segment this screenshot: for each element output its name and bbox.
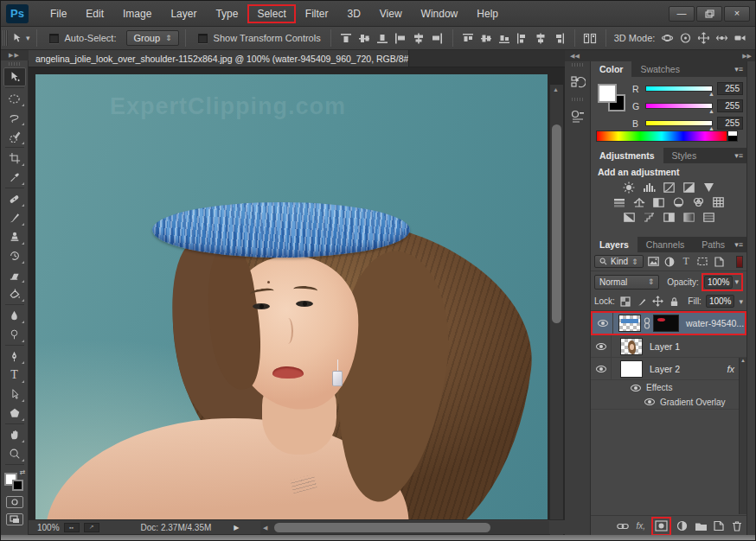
red-slider[interactable]: ▲ (645, 86, 713, 92)
layer-thumbnail-water[interactable] (618, 315, 641, 332)
distribute-bottom-edges-icon[interactable] (497, 32, 512, 45)
screen-mode-button[interactable] (6, 513, 23, 525)
layer-filtering-toggle[interactable] (736, 256, 743, 268)
color-panel-menu-icon[interactable]: ▾≡ (734, 65, 743, 73)
brightness-contrast-icon[interactable] (622, 181, 636, 194)
scroll-left-icon[interactable]: ◀ (263, 525, 267, 531)
3d-rotate-icon[interactable] (660, 32, 675, 45)
menu-file[interactable]: File (41, 4, 76, 23)
align-top-edges-icon[interactable] (339, 32, 354, 45)
tool-lasso[interactable] (3, 108, 26, 127)
distribute-right-edges-icon[interactable] (552, 32, 567, 45)
distribute-top-edges-icon[interactable] (461, 32, 476, 45)
menu-layer[interactable]: Layer (161, 4, 206, 23)
photo-filter-icon[interactable] (672, 196, 686, 208)
tab-color[interactable]: Color (591, 61, 631, 77)
distribute-left-edges-icon[interactable] (516, 32, 530, 45)
status-share-icon[interactable]: ↗ (84, 523, 99, 532)
tool-quick-selection[interactable] (3, 127, 26, 146)
menu-3d[interactable]: 3D (337, 4, 369, 23)
layer-thumbnail-1[interactable] (620, 338, 643, 355)
filter-adjustment-layers-icon[interactable] (663, 256, 676, 268)
tool-history-brush[interactable] (3, 246, 26, 265)
tool-brush[interactable] (3, 208, 26, 227)
tool-paint-bucket[interactable] (3, 284, 26, 303)
tool-spot-healing-brush[interactable] (3, 189, 26, 208)
distribute-vertical-centers-icon[interactable] (479, 32, 494, 45)
visibility-toggle[interactable] (591, 335, 612, 357)
tool-preset-arrow-icon[interactable]: ▾ (26, 34, 30, 42)
menu-image[interactable]: Image (113, 4, 161, 23)
align-vertical-centers-icon[interactable] (357, 32, 372, 45)
posterize-icon[interactable] (642, 211, 656, 223)
auto-select-checkbox[interactable] (49, 34, 59, 43)
spectrum-bw-swatches[interactable] (727, 130, 738, 142)
align-left-edges-icon[interactable] (394, 32, 408, 45)
filter-kind-dropdown[interactable]: Kind⇕ (594, 255, 644, 268)
black-white-icon[interactable] (652, 196, 666, 208)
selective-color-icon[interactable] (702, 211, 715, 223)
menu-view[interactable]: View (370, 4, 412, 23)
tab-channels[interactable]: Channels (637, 237, 693, 252)
gradient-overlay-row[interactable]: Gradient Overlay (591, 395, 746, 410)
green-value-field[interactable]: 255 (717, 99, 743, 112)
gradient-map-icon[interactable] (682, 211, 695, 223)
3d-scale-icon[interactable] (733, 32, 747, 45)
tab-adjustments[interactable]: Adjustments (591, 148, 663, 163)
menu-type[interactable]: Type (206, 4, 247, 23)
distribute-horizontal-centers-icon[interactable] (534, 32, 548, 45)
lock-transparent-icon[interactable] (619, 296, 631, 308)
lock-all-icon[interactable] (669, 296, 681, 308)
threshold-icon[interactable] (662, 211, 676, 223)
filter-pixel-layers-icon[interactable] (647, 256, 660, 268)
strip-grip-2[interactable] (572, 98, 584, 101)
effects-row[interactable]: Effects (591, 380, 746, 395)
vertical-scroll-thumb[interactable] (552, 124, 561, 323)
layer-name[interactable]: Layer 2 (650, 364, 680, 374)
quick-mask-button[interactable] (6, 496, 23, 508)
layer-row-1[interactable]: Layer 1 (591, 335, 746, 358)
curves-icon[interactable] (662, 181, 676, 194)
toolbox-collapse-icon[interactable]: ▶▶ (1, 50, 29, 60)
layer-row-2[interactable]: Layer 2 fx (591, 358, 746, 380)
tool-eraser[interactable] (3, 265, 26, 284)
layer-mask-link-icon[interactable] (644, 317, 650, 329)
close-button[interactable]: × (724, 6, 750, 22)
menu-filter[interactable]: Filter (296, 4, 338, 23)
scroll-up-icon[interactable]: ▲ (553, 86, 559, 92)
delete-layer-button[interactable] (730, 519, 745, 533)
document-tab[interactable]: angelina_jolie_look_over_shoulder-1152x8… (29, 50, 409, 67)
canvas-horizontal-scrollbar[interactable]: ◀ (260, 521, 549, 534)
new-group-button[interactable] (694, 519, 708, 533)
status-menu-arrow-icon[interactable]: ▶ (234, 524, 239, 531)
auto-select-target-dropdown[interactable]: Group⇕ (126, 30, 178, 46)
lock-position-icon[interactable] (652, 296, 664, 308)
tool-clone-stamp[interactable] (3, 227, 26, 246)
3d-roll-icon[interactable] (678, 32, 693, 45)
adjustments-panel-menu-icon[interactable]: ▾≡ (734, 151, 743, 160)
layer-list-scrollbar[interactable]: ▲ (739, 358, 746, 514)
menu-select-highlighted[interactable]: Select (247, 4, 295, 23)
new-layer-button[interactable] (712, 519, 727, 533)
layer-thumbnail-2[interactable] (620, 360, 643, 378)
fill-field[interactable]: 100% (706, 295, 735, 308)
layers-panel-menu-icon[interactable]: ▾≡ (734, 240, 743, 249)
history-panel-icon[interactable] (567, 72, 588, 92)
hue-saturation-icon[interactable] (612, 196, 626, 208)
horizontal-scroll-thumb[interactable] (274, 523, 490, 532)
tool-blur[interactable] (3, 306, 26, 325)
tool-elliptical-marquee[interactable] (3, 89, 26, 108)
layer-style-button[interactable]: fx, (633, 519, 648, 533)
tab-styles[interactable]: Styles (663, 148, 706, 163)
show-transform-checkbox[interactable] (198, 34, 208, 43)
filter-type-layers-icon[interactable]: T (680, 256, 693, 268)
tab-swatches[interactable]: Swatches (631, 61, 689, 77)
dock-collapse-left-icon[interactable]: ◀◀ (570, 53, 580, 60)
dock-collapse-right-icon[interactable]: ▶▶ (742, 53, 752, 60)
layer-fx-badge[interactable]: fx (727, 364, 734, 374)
align-bottom-edges-icon[interactable] (375, 32, 390, 45)
tool-pen[interactable] (3, 347, 26, 366)
menu-edit[interactable]: Edit (76, 4, 113, 23)
levels-icon[interactable] (642, 181, 656, 194)
visibility-toggle[interactable] (593, 313, 613, 334)
